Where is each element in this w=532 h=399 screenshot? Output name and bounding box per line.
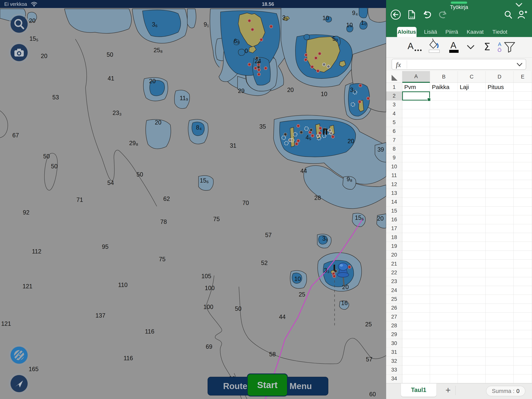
row-header-10[interactable]: 10	[386, 162, 402, 171]
cell-A1[interactable]: Pvm	[402, 83, 430, 91]
cell-A33[interactable]	[402, 366, 430, 374]
cell-D30[interactable]	[486, 339, 513, 348]
row-header-22[interactable]: 22	[386, 268, 402, 277]
cell-C3[interactable]	[458, 101, 486, 109]
row-header-15[interactable]: 15	[386, 206, 402, 215]
active-cell-selection[interactable]	[402, 91, 430, 100]
ribbon-tab-tiedot[interactable]: Tiedot	[491, 27, 509, 37]
cell-E18[interactable]	[513, 233, 532, 242]
cell-A14[interactable]	[402, 198, 430, 206]
cell-D21[interactable]	[486, 259, 513, 268]
cell-A28[interactable]	[402, 321, 430, 330]
cell-E17[interactable]	[513, 224, 532, 233]
row-header-17[interactable]: 17	[386, 224, 402, 233]
cell-E26[interactable]	[513, 304, 532, 313]
window-drag-handle[interactable]	[451, 1, 467, 4]
select-all-corner[interactable]	[386, 71, 402, 83]
start-button[interactable]: Start	[247, 373, 288, 396]
cell-C34[interactable]	[458, 374, 486, 383]
row-header-32[interactable]: 32	[386, 357, 402, 366]
cell-C11[interactable]	[458, 171, 486, 180]
cell-C20[interactable]	[458, 251, 486, 259]
cell-A3[interactable]	[402, 101, 430, 109]
cell-D13[interactable]	[486, 189, 513, 198]
cell-D14[interactable]	[486, 198, 513, 206]
cell-E3[interactable]	[513, 101, 532, 109]
cell-C15[interactable]	[458, 206, 486, 215]
locate-me-button[interactable]	[9, 373, 29, 394]
cell-B7[interactable]	[430, 136, 458, 145]
row-header-30[interactable]: 30	[386, 339, 402, 348]
cell-E21[interactable]	[513, 259, 532, 268]
cell-B18[interactable]	[430, 233, 458, 242]
cell-D32[interactable]	[486, 357, 513, 366]
cell-C13[interactable]	[458, 189, 486, 198]
cell-E20[interactable]	[513, 251, 532, 259]
camera-button[interactable]	[9, 42, 29, 63]
cell-A21[interactable]	[402, 259, 430, 268]
row-header-8[interactable]: 8	[386, 145, 402, 153]
formula-input[interactable]	[409, 60, 519, 69]
redo-button[interactable]	[437, 9, 449, 20]
cell-E1[interactable]	[513, 83, 532, 91]
sheet-tab-taul1[interactable]: Taul1	[401, 383, 436, 397]
cell-E23[interactable]	[513, 277, 532, 286]
cell-B5[interactable]	[430, 118, 458, 127]
column-header-B[interactable]: B	[430, 71, 458, 83]
spreadsheet-grid[interactable]: ABCDE1PvmPaikkaLajiPituus234567891011121…	[386, 71, 532, 383]
cell-D28[interactable]	[486, 321, 513, 330]
cell-E15[interactable]	[513, 206, 532, 215]
autosum-button[interactable]: Σ	[482, 37, 494, 57]
row-header-3[interactable]: 3	[386, 101, 402, 109]
cell-C19[interactable]	[458, 242, 486, 251]
cell-B4[interactable]	[430, 109, 458, 118]
cell-B29[interactable]	[430, 330, 458, 339]
cell-D33[interactable]	[486, 366, 513, 374]
cell-A4[interactable]	[402, 109, 430, 118]
cell-D4[interactable]	[486, 109, 513, 118]
cell-C27[interactable]	[458, 313, 486, 321]
cell-B2[interactable]	[430, 91, 458, 100]
chevron-down-icon[interactable]	[465, 37, 476, 57]
row-header-5[interactable]: 5	[386, 118, 402, 127]
cell-A27[interactable]	[402, 313, 430, 321]
ribbon-tab-piirrä[interactable]: Piirrä	[443, 27, 460, 37]
cell-E4[interactable]	[513, 109, 532, 118]
cell-B6[interactable]	[430, 127, 458, 136]
undo-button[interactable]	[422, 9, 433, 20]
cell-C22[interactable]	[458, 268, 486, 277]
cell-B3[interactable]	[430, 101, 458, 109]
cell-E28[interactable]	[513, 321, 532, 330]
row-header-25[interactable]: 25	[386, 295, 402, 303]
cell-B16[interactable]	[430, 215, 458, 224]
cell-C5[interactable]	[458, 118, 486, 127]
cell-D22[interactable]	[486, 268, 513, 277]
cell-C33[interactable]	[458, 366, 486, 374]
cell-E2[interactable]	[513, 91, 532, 100]
cell-C32[interactable]	[458, 357, 486, 366]
cell-B25[interactable]	[430, 295, 458, 303]
fill-handle[interactable]	[427, 98, 431, 101]
cell-B22[interactable]	[430, 268, 458, 277]
row-header-34[interactable]: 34	[386, 374, 402, 383]
cell-D31[interactable]	[486, 348, 513, 357]
row-header-28[interactable]: 28	[386, 321, 402, 330]
row-header-1[interactable]: 1	[386, 83, 402, 91]
cell-B26[interactable]	[430, 304, 458, 313]
row-header-27[interactable]: 27	[386, 313, 402, 321]
nautical-chart-canvas[interactable]: 2015₅205025₈3₆9₁6₉03₈109₄101₀5₉244120292…	[0, 0, 386, 399]
cell-C25[interactable]	[458, 295, 486, 303]
cell-A26[interactable]	[402, 304, 430, 313]
search-button[interactable]	[503, 9, 514, 20]
cell-D26[interactable]	[486, 304, 513, 313]
row-header-4[interactable]: 4	[386, 109, 402, 118]
cell-A22[interactable]	[402, 268, 430, 277]
row-header-31[interactable]: 31	[386, 348, 402, 357]
cell-C16[interactable]	[458, 215, 486, 224]
row-header-12[interactable]: 12	[386, 180, 402, 189]
cell-C1[interactable]: Laji	[458, 83, 486, 91]
cell-C23[interactable]	[458, 277, 486, 286]
cell-B20[interactable]	[430, 251, 458, 259]
cell-E31[interactable]	[513, 348, 532, 357]
cell-D3[interactable]	[486, 101, 513, 109]
